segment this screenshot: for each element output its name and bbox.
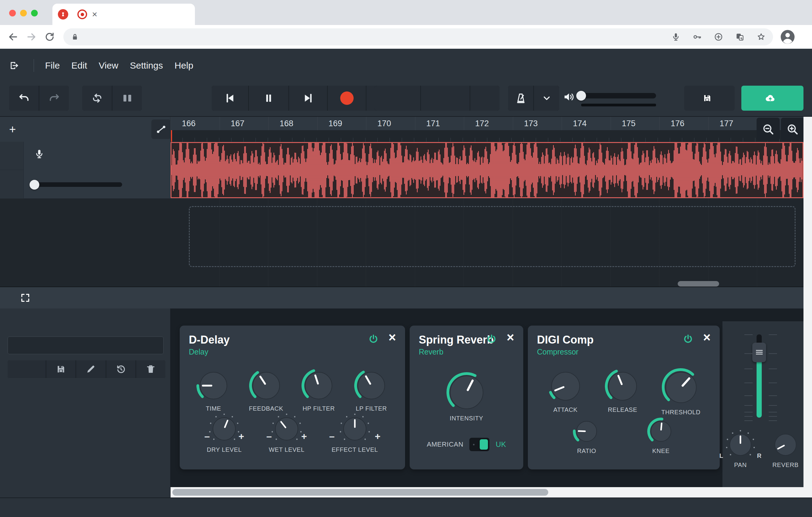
drop-zone[interactable] [189, 206, 795, 267]
close-icon[interactable]: × [703, 331, 710, 344]
knob-time[interactable]: TIME [195, 367, 232, 412]
power-icon[interactable] [683, 333, 694, 345]
bar-ruler[interactable]: 166167168169170171172173174175176177 [171, 117, 804, 130]
key-selector[interactable] [375, 86, 420, 111]
ruler-bar-175[interactable]: 175 [611, 117, 660, 130]
voice-search-icon[interactable] [671, 32, 680, 42]
zoom-out-button[interactable] [757, 118, 780, 141]
knob-wet-level[interactable]: –+WET LEVEL [269, 412, 304, 453]
save-button[interactable] [684, 86, 735, 111]
fx-horizontal-scrollbar[interactable] [171, 487, 812, 497]
power-icon[interactable] [368, 333, 379, 345]
ruler-bar-177[interactable]: 177 [708, 117, 757, 130]
ruler-bar-171[interactable]: 171 [415, 117, 464, 130]
ruler-bar-167[interactable]: 167 [220, 117, 269, 130]
split-button[interactable] [112, 86, 142, 111]
toggle-right-label[interactable]: UK [496, 440, 506, 449]
avatar[interactable] [780, 29, 795, 45]
audio-clip-waveform[interactable] [171, 142, 804, 198]
mute-button[interactable] [0, 142, 24, 170]
toggle-left-label[interactable]: AMERICAN [427, 440, 463, 448]
save-as-button[interactable] [8, 360, 46, 378]
menu-item-file[interactable]: File [45, 60, 60, 71]
undo-button[interactable] [9, 86, 39, 111]
ruler-tick-strip[interactable] [171, 130, 804, 142]
increment-button[interactable]: + [375, 431, 380, 441]
knob-feedback[interactable]: FEEDBACK [247, 367, 285, 412]
knob-dry-level[interactable]: –+DRY LEVEL [207, 412, 242, 453]
time-signature-selector[interactable] [470, 86, 499, 111]
knob-intensity[interactable]: INTENSITY [445, 371, 489, 422]
record-button[interactable] [328, 86, 366, 111]
ruler-bar-172[interactable]: 172 [464, 117, 513, 130]
forward-icon[interactable] [26, 32, 36, 42]
back-icon[interactable] [8, 32, 18, 42]
knob-lp-filter[interactable]: LP FILTER [352, 367, 390, 412]
password-key-icon[interactable] [693, 32, 702, 42]
tab-close-icon[interactable]: × [92, 10, 97, 19]
knob-release[interactable]: RELEASE [603, 367, 642, 413]
preset-delete-button[interactable] [136, 360, 165, 378]
channel-volume-fader[interactable] [757, 334, 762, 418]
knob-ratio[interactable]: RATIO [571, 416, 602, 455]
add-track-button[interactable]: + [9, 125, 21, 134]
bpm-selector[interactable] [421, 86, 470, 111]
automation-button[interactable] [151, 119, 171, 139]
exit-button[interactable] [9, 61, 23, 71]
ruler-bar-173[interactable]: 173 [513, 117, 562, 130]
horizontal-scrollbar-thumb[interactable] [678, 281, 719, 287]
knob-effect-level[interactable]: –+EFFECT LEVEL [332, 412, 378, 453]
panel-expand-icon[interactable] [20, 293, 30, 303]
reload-icon[interactable] [45, 32, 55, 42]
decrement-button[interactable]: – [266, 431, 272, 441]
metronome-options-button[interactable] [534, 86, 559, 111]
redo-button[interactable] [39, 86, 69, 111]
publish-button[interactable] [741, 86, 804, 111]
menu-item-edit[interactable]: Edit [71, 60, 87, 71]
menu-item-settings[interactable]: Settings [130, 60, 163, 71]
decrement-button[interactable]: – [204, 431, 210, 441]
toggle-switch[interactable] [469, 438, 489, 451]
increment-button[interactable]: + [301, 431, 307, 441]
close-icon[interactable]: × [506, 331, 514, 344]
ruler-bar-168[interactable]: 168 [268, 117, 317, 130]
metronome-button[interactable] [508, 86, 533, 111]
scrollbar-thumb[interactable] [172, 489, 548, 496]
menu-item-view[interactable]: View [99, 60, 118, 71]
loop-button[interactable] [82, 86, 112, 111]
knob-pan[interactable]: LRPAN [724, 429, 757, 468]
knob-attack[interactable]: ATTACK [546, 367, 585, 413]
vertical-scrollbar[interactable] [804, 117, 812, 487]
translate-icon[interactable] [735, 32, 744, 42]
window-minimize-button[interactable] [20, 10, 27, 17]
power-icon[interactable] [486, 333, 497, 345]
playhead[interactable] [171, 130, 172, 142]
pause-button[interactable] [249, 86, 288, 111]
knob-knee[interactable]: KNEE [645, 416, 676, 455]
track-volume-slider[interactable] [34, 182, 122, 187]
window-close-button[interactable] [9, 10, 16, 17]
address-bar[interactable] [63, 28, 773, 46]
knob-hp-filter[interactable]: HP FILTER [300, 367, 338, 412]
window-zoom-button[interactable] [31, 10, 38, 17]
fader-handle[interactable] [752, 343, 766, 362]
ruler-bar-174[interactable]: 174 [562, 117, 611, 130]
skip-to-start-button[interactable] [212, 86, 248, 111]
bookmark-star-icon[interactable] [757, 32, 766, 42]
ruler-bar-170[interactable]: 170 [366, 117, 415, 130]
ruler-bar-169[interactable]: 169 [317, 117, 367, 130]
menu-item-help[interactable]: Help [175, 60, 194, 71]
ruler-bar-166[interactable]: 166 [171, 117, 220, 130]
skip-to-end-button[interactable] [289, 86, 327, 111]
master-volume-slider[interactable] [581, 93, 656, 99]
solo-button[interactable] [0, 170, 24, 199]
preset-dropdown[interactable] [8, 336, 164, 354]
ruler-bar-176[interactable]: 176 [659, 117, 708, 130]
knob-threshold[interactable]: THRESHOLD [660, 367, 702, 416]
add-circle-icon[interactable] [714, 32, 723, 42]
preset-rename-button[interactable] [76, 360, 106, 378]
browser-tab[interactable]: × [52, 4, 195, 25]
speaker-icon[interactable] [563, 91, 574, 103]
knob-reverb[interactable]: REVERB [770, 429, 802, 468]
increment-button[interactable]: + [238, 431, 244, 441]
